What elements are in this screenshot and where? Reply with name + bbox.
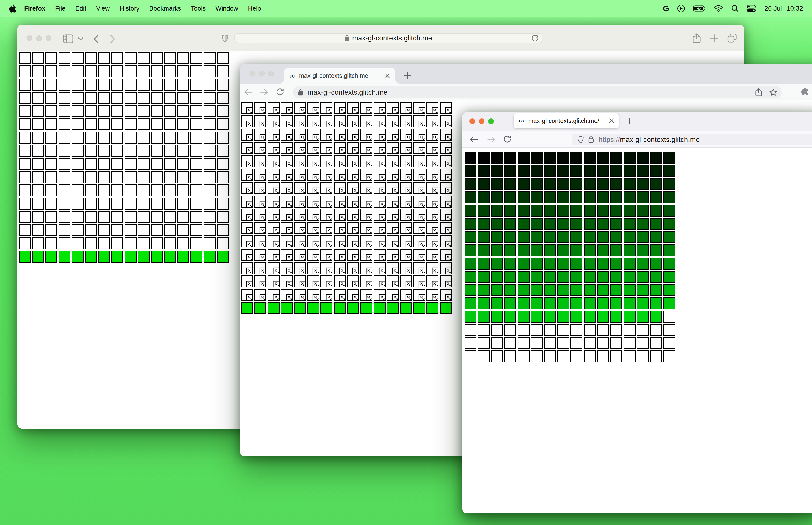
close-button[interactable] xyxy=(470,118,475,124)
back-button[interactable] xyxy=(243,87,254,98)
sidebar-icon[interactable] xyxy=(63,34,73,44)
canvas-cell xyxy=(491,297,503,309)
chrome-address-bar[interactable]: max-gl-contexts.glitch.me xyxy=(293,86,782,99)
extensions-puzzle-icon[interactable] xyxy=(799,87,811,98)
canvas-cell xyxy=(440,196,452,208)
firefox-traffic-lights[interactable] xyxy=(470,118,494,124)
canvas-cell xyxy=(544,165,556,177)
battery-charging-icon[interactable] xyxy=(693,5,706,12)
canvas-cell xyxy=(531,152,543,164)
canvas-cell xyxy=(518,297,530,309)
reload-button[interactable] xyxy=(274,87,286,98)
canvas-cell xyxy=(190,52,202,64)
canvas-cell xyxy=(491,244,503,256)
menu-item-window[interactable]: Window xyxy=(211,5,243,12)
canvas-cell xyxy=(177,251,189,262)
new-tab-button[interactable] xyxy=(401,69,414,81)
zoom-button[interactable] xyxy=(488,118,494,124)
canvas-cell xyxy=(491,311,503,322)
new-tab-icon[interactable] xyxy=(710,34,719,43)
firefox-address-bar[interactable]: https://max-gl-contexts.glitch.me xyxy=(572,134,812,146)
canvas-cell xyxy=(281,169,293,181)
close-button[interactable] xyxy=(27,35,32,41)
menu-item-history[interactable]: History xyxy=(114,5,144,12)
minimize-button[interactable] xyxy=(479,118,485,124)
chrome-active-tab[interactable]: ∞ max-gl-contexts.glitch.me xyxy=(284,68,395,84)
canvas-cell xyxy=(124,224,137,236)
canvas-cell xyxy=(531,284,543,296)
canvas-cell xyxy=(204,132,216,144)
zoom-button[interactable] xyxy=(268,71,274,76)
control-center-icon[interactable] xyxy=(747,5,756,12)
reload-button[interactable] xyxy=(502,134,513,145)
canvas-cell xyxy=(164,132,176,144)
play-circle-icon[interactable] xyxy=(677,4,685,13)
canvas-cell xyxy=(491,324,503,336)
toolbar-separator xyxy=(76,34,76,43)
reload-icon[interactable] xyxy=(531,34,539,44)
firefox-active-tab[interactable]: ∞ max-gl-contexts.glitch.me/ xyxy=(514,113,619,128)
safari-traffic-lights[interactable] xyxy=(27,35,51,41)
canvas-cell xyxy=(400,275,412,287)
canvas-cell xyxy=(321,196,333,208)
bookmark-star-icon[interactable] xyxy=(768,87,778,97)
canvas-cell xyxy=(204,224,216,236)
minimize-button[interactable] xyxy=(36,35,42,41)
menu-item-view[interactable]: View xyxy=(91,5,114,12)
canvas-cell xyxy=(190,92,202,104)
zoom-button[interactable] xyxy=(46,35,51,41)
canvas-cell xyxy=(321,142,333,154)
canvas-cell xyxy=(570,231,582,243)
canvas-cell xyxy=(151,224,163,236)
canvas-cell xyxy=(59,171,71,183)
menu-item-bookmarks[interactable]: Bookmarks xyxy=(144,5,186,12)
canvas-cell xyxy=(111,132,123,144)
close-button[interactable] xyxy=(249,71,255,76)
forward-button[interactable] xyxy=(486,134,497,145)
tabs-overview-icon[interactable] xyxy=(727,33,737,44)
google-g-icon[interactable]: G xyxy=(663,4,669,13)
canvas-cell xyxy=(294,129,306,141)
tab-close-icon[interactable] xyxy=(607,116,616,125)
canvas-cell xyxy=(400,196,412,208)
menu-item-edit[interactable]: Edit xyxy=(71,5,91,12)
canvas-cell xyxy=(138,65,150,77)
canvas-cell xyxy=(504,178,516,190)
menu-item-file[interactable]: File xyxy=(50,5,71,12)
back-button[interactable] xyxy=(93,35,99,44)
tab-close-icon[interactable] xyxy=(383,71,392,80)
canvas-cell xyxy=(72,92,83,104)
menu-item-help[interactable]: Help xyxy=(243,5,266,12)
wifi-icon[interactable] xyxy=(714,5,723,12)
share-icon[interactable] xyxy=(753,87,764,97)
canvas-cell xyxy=(584,258,596,270)
apple-icon[interactable] xyxy=(9,4,16,13)
chrome-traffic-lights[interactable] xyxy=(249,71,274,76)
canvas-cell xyxy=(504,271,516,283)
menu-item-tools[interactable]: Tools xyxy=(186,5,211,12)
canvas-cell xyxy=(361,236,372,247)
safari-address-bar[interactable]: max-gl-contexts.glitch.me xyxy=(234,33,542,43)
back-button[interactable] xyxy=(469,134,479,145)
new-tab-button[interactable] xyxy=(624,115,635,127)
shield-icon[interactable] xyxy=(222,34,228,43)
canvas-cell xyxy=(557,152,569,164)
chevron-down-icon[interactable] xyxy=(78,37,83,42)
canvas-cell xyxy=(597,205,609,217)
canvas-cell xyxy=(254,102,266,114)
canvas-cell xyxy=(164,171,176,183)
canvas-cell xyxy=(190,237,202,249)
search-icon[interactable] xyxy=(731,5,739,13)
canvas-cell xyxy=(138,79,150,91)
canvas-cell xyxy=(518,271,530,283)
canvas-cell xyxy=(241,102,253,114)
forward-button[interactable] xyxy=(258,87,270,98)
share-icon[interactable] xyxy=(693,33,701,44)
minimize-button[interactable] xyxy=(259,71,264,76)
canvas-cell xyxy=(217,211,229,223)
forward-button[interactable] xyxy=(110,35,115,44)
menu-item-firefox[interactable]: Firefox xyxy=(19,5,50,12)
canvas-cell xyxy=(504,311,516,322)
canvas-cell xyxy=(518,311,530,322)
canvas-cell xyxy=(294,209,306,221)
